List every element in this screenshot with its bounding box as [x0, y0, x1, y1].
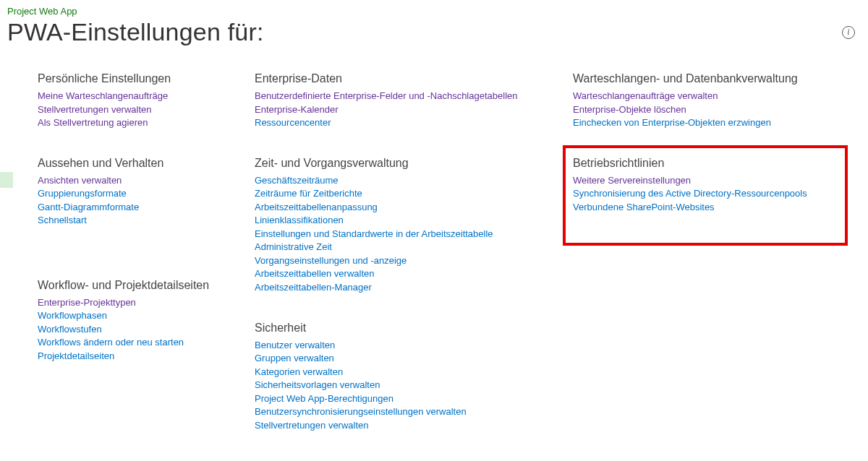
link-enterprise-project-types[interactable]: Enterprise-Projekttypen	[38, 296, 255, 309]
link-manage-categories[interactable]: Kategorien verwalten	[255, 366, 573, 379]
link-manage-delegates[interactable]: Stellvertretungen verwalten	[38, 103, 255, 116]
section-look-and-feel: Aussehen und Verhalten Ansichten verwalt…	[38, 157, 255, 227]
link-workflow-phases[interactable]: Workflowphasen	[38, 309, 255, 322]
section-title: Betriebsrichtlinien	[573, 157, 838, 170]
link-enterprise-custom-fields[interactable]: Benutzerdefinierte Enterprise-Felder und…	[255, 90, 573, 103]
section-title: Persönliche Einstellungen	[38, 72, 255, 85]
section-title: Warteschlangen- und Datenbankverwaltung	[573, 72, 848, 85]
link-manage-groups[interactable]: Gruppen verwalten	[255, 352, 573, 365]
link-grouping-formats[interactable]: Gruppierungsformate	[38, 187, 255, 200]
link-line-classifications[interactable]: Linienklassifikationen	[255, 214, 573, 227]
column-2: Enterprise-Daten Benutzerdefinierte Ente…	[255, 72, 573, 459]
link-manage-delegates-security[interactable]: Stellvertretungen verwalten	[255, 419, 573, 432]
link-manage-timesheets[interactable]: Arbeitszeittabellen verwalten	[255, 267, 573, 280]
section-security: Sicherheit Benutzer verwalten Gruppen ve…	[255, 322, 573, 432]
section-title: Zeit- und Vorgangsverwaltung	[255, 157, 573, 170]
page-title-row: PWA-Einstellungen für: i	[7, 18, 861, 46]
link-pwa-permissions[interactable]: Project Web App-Berechtigungen	[255, 392, 573, 405]
section-title: Sicherheit	[255, 322, 573, 335]
link-manage-views[interactable]: Ansichten verwalten	[38, 174, 255, 187]
link-manage-queue-jobs[interactable]: Warteschlangenaufträge verwalten	[573, 90, 848, 103]
link-resource-center[interactable]: Ressourcencenter	[255, 116, 573, 129]
settings-columns: Persönliche Einstellungen Meine Wartesch…	[7, 72, 861, 459]
link-additional-server-settings[interactable]: Weitere Servereinstellungen	[573, 174, 838, 187]
section-operational-policies: Betriebsrichtlinien Weitere Servereinste…	[563, 145, 848, 246]
section-title: Enterprise-Daten	[255, 72, 573, 85]
link-time-reporting-periods[interactable]: Zeiträume für Zeitberichte	[255, 187, 573, 200]
link-my-queue-jobs[interactable]: Meine Warteschlangenaufträge	[38, 90, 255, 103]
link-manage-security-templates[interactable]: Sicherheitsvorlagen verwalten	[255, 379, 573, 392]
link-connected-sharepoint-sites[interactable]: Verbundene SharePoint-Websites	[573, 201, 838, 214]
link-force-checkin-enterprise-objects[interactable]: Einchecken von Enterprise-Objekten erzwi…	[573, 116, 848, 129]
link-administrative-time[interactable]: Administrative Zeit	[255, 241, 573, 254]
link-timesheet-managers[interactable]: Arbeitszeittabellen-Manager	[255, 281, 573, 294]
section-queue-database: Warteschlangen- und Datenbankverwaltung …	[573, 72, 848, 129]
column-3: Warteschlangen- und Datenbankverwaltung …	[573, 72, 848, 459]
link-fiscal-periods[interactable]: Geschäftszeiträume	[255, 174, 573, 187]
section-personal-settings: Persönliche Einstellungen Meine Wartesch…	[38, 72, 255, 129]
link-act-as-delegate[interactable]: Als Stellvertretung agieren	[38, 116, 255, 129]
section-time-task-management: Zeit- und Vorgangsverwaltung Geschäftsze…	[255, 157, 573, 294]
section-title: Aussehen und Verhalten	[38, 157, 255, 170]
column-1: Persönliche Einstellungen Meine Wartesch…	[38, 72, 255, 459]
section-title: Workflow- und Projektdetailseiten	[38, 279, 255, 292]
info-icon[interactable]: i	[842, 26, 855, 39]
link-gantt-formats[interactable]: Gantt-Diagrammformate	[38, 201, 255, 214]
link-manage-users[interactable]: Benutzer verwalten	[255, 339, 573, 352]
link-timesheet-adjustment[interactable]: Arbeitszeittabellenanpassung	[255, 201, 573, 214]
link-task-settings-display[interactable]: Vorgangseinstellungen und -anzeige	[255, 254, 573, 267]
link-timesheet-settings-defaults[interactable]: Einstellungen und Standardwerte in der A…	[255, 228, 573, 241]
link-enterprise-calendars[interactable]: Enterprise-Kalender	[255, 103, 573, 116]
link-ad-resource-pool-sync[interactable]: Synchronisierung des Active Directory-Re…	[573, 187, 838, 200]
breadcrumb[interactable]: Project Web App	[7, 6, 861, 17]
link-project-detail-pages[interactable]: Projektdetailseiten	[38, 350, 255, 363]
link-manage-user-sync-settings[interactable]: Benutzersynchronisierungseinstellungen v…	[255, 405, 573, 418]
link-delete-enterprise-objects[interactable]: Enterprise-Objekte löschen	[573, 103, 848, 116]
link-change-restart-workflows[interactable]: Workflows ändern oder neu starten	[38, 336, 255, 349]
link-quick-launch[interactable]: Schnellstart	[38, 214, 255, 227]
decorative-green-block	[0, 172, 13, 188]
section-enterprise-data: Enterprise-Daten Benutzerdefinierte Ente…	[255, 72, 573, 129]
page-title: PWA-Einstellungen für:	[7, 18, 264, 46]
link-workflow-stages[interactable]: Workflowstufen	[38, 323, 255, 336]
section-workflow-pdp: Workflow- und Projektdetailseiten Enterp…	[38, 279, 255, 363]
